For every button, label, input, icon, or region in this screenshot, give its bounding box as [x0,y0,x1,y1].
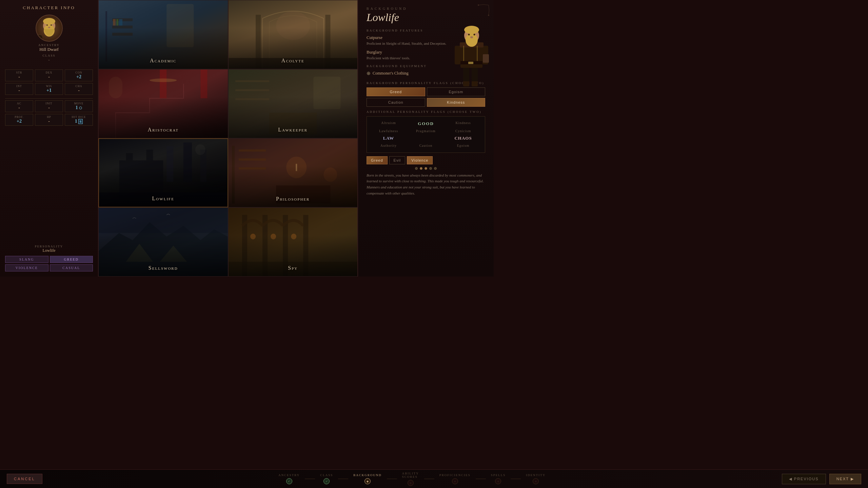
personality-tags: SLANG GREED VIOLENCE CASUAL [5,256,93,271]
ac-value: - [7,105,32,110]
dots-row [367,167,485,170]
svg-rect-69 [483,54,489,63]
flags-row-0: Altruism GOOD Kindness [370,120,481,127]
personality-flags-grid: Greed Egoism Caution Kindness [367,87,485,107]
left-panel: Character Info [0,0,98,277]
flag-cell-cynicism[interactable]: Cynicism [445,128,481,134]
dot-5 [434,167,437,170]
dex-label: DEX [37,71,61,74]
class-value: - [48,57,50,63]
academic-inner: Academic [99,0,228,69]
character-figure-svg [453,20,490,88]
flags-row-2: LAW CHAOS [370,135,481,142]
bg-card-academic[interactable]: Academic [98,0,228,69]
stat-prof: PROF. +2 [5,114,33,126]
stat-cha: CHA - [65,83,93,95]
flag-cell-empty [408,135,444,142]
flag-cell-caution[interactable]: Caution [408,143,444,148]
stat-int: INT - [5,83,33,95]
init-label: INIT [37,102,61,105]
stat-ac: AC - [5,100,33,112]
svg-point-1 [43,18,55,25]
svg-point-74 [468,34,470,36]
bg-card-spy[interactable]: Spy [228,207,358,277]
equipment-icon: ⊕ [367,70,371,76]
str-label: STR [7,71,32,74]
dot-1 [415,167,418,170]
dot-2 [420,167,422,170]
ancestry-value: Hill Dwarf [39,47,59,52]
flag-cell-altruism[interactable]: Altruism [370,120,407,127]
class-label: CLASS [42,54,55,57]
selected-flag-violence[interactable]: Violence [407,156,433,164]
svg-rect-77 [463,46,464,61]
int-label: INT [7,85,32,88]
stat-dex: DEX - [35,69,63,81]
tag-violence[interactable]: VIOLENCE [5,264,48,271]
sellsword-name: Sellsword [149,265,178,271]
bg-card-sellsword[interactable]: Sellsword [98,207,228,277]
main-container: Character Info [0,0,494,277]
lawkeeper-inner: Lawkeeper [229,69,358,138]
stat-con: CON +2 [65,69,93,81]
flag-btn-kindness[interactable]: Kindness [427,98,486,107]
int-value: - [7,88,32,93]
bg-card-acolyte[interactable]: Acolyte [228,0,358,69]
flag-btn-egoism[interactable]: Egoism [427,87,486,96]
svg-point-5 [48,27,50,28]
bg-card-lawkeeper[interactable]: Lawkeeper [228,69,358,138]
cha-label: CHA [66,85,91,88]
equipment-item-0-label: Commoner's Clothing [373,71,409,76]
svg-rect-78 [477,46,478,61]
tag-greed[interactable]: GREED [50,256,93,263]
flag-cell-law[interactable]: LAW [370,135,407,142]
tag-casual[interactable]: CASUAL [50,264,93,271]
stat-hp: HP - [35,114,63,126]
avatar-level: 1 [36,34,43,42]
personality-value: Lowlife [5,248,93,253]
flag-btn-caution[interactable]: Caution [367,98,425,107]
svg-point-58 [478,4,479,6]
sellsword-inner: Sellsword [99,208,228,276]
flag-cell-pragmatism[interactable]: Pragmatism [408,128,444,134]
additional-flags-title: ADDITIONAL PERSONALITY FLAGS (CHOOSE TWO… [367,110,485,114]
dot-4 [429,167,432,170]
flag-cell-kindness[interactable]: Kindness [445,120,481,127]
flag-cell-good[interactable]: GOOD [408,120,444,127]
aristocrat-name: Aristocrat [148,127,179,133]
divider-1 [5,98,93,99]
flag-cell-chaos[interactable]: CHAOS [445,135,481,142]
stat-str: STR - [5,69,33,81]
prof-value: +2 [7,119,32,124]
background-section-label: BACKGROUND [367,7,485,11]
bg-card-lowlife[interactable]: Lowlife [98,138,228,207]
svg-point-75 [474,34,475,36]
wis-value: +1 [37,88,61,93]
flags-row-1: Lawfulness Pragmatism Cynicism [370,128,481,134]
flag-cell-authority[interactable]: Authority [370,143,407,148]
stats-grid: STR - DEX - CON +2 INT - WIS +1 CHA - [5,69,93,95]
bg-card-philosopher[interactable]: Philosopher [228,138,358,207]
flag-cell-egoism[interactable]: Egoism [445,143,481,148]
corner-decoration [477,3,490,17]
acolyte-inner: Acolyte [229,0,358,69]
stat-hit-dice: HIT DICE 1 6 [65,114,93,126]
combat-stats-grid: AC - INIT - MOVE 1 ⬡ PROF. +2 HP - HIT D… [5,100,93,126]
bg-card-aristocrat[interactable]: Aristocrat [98,69,228,138]
tag-slang[interactable]: SLANG [5,256,48,263]
wis-label: WIS [37,85,61,88]
spy-name: Spy [288,265,298,271]
init-value: - [37,105,61,110]
personality-section: PERSONALITY Lowlife SLANG GREED VIOLENCE… [5,241,93,271]
philosopher-name: Philosopher [276,196,310,202]
svg-rect-66 [468,62,473,64]
flag-cell-lawfulness[interactable]: Lawfulness [370,128,407,134]
svg-point-4 [51,24,52,26]
hit-dice-value: 1 6 [66,119,91,124]
con-value: +2 [66,74,91,80]
aristocrat-inner: Aristocrat [99,69,228,138]
selected-flag-greed[interactable]: Greed [367,156,388,164]
hp-label: HP [37,116,61,119]
selected-flag-evil[interactable]: Evil [389,156,406,164]
flag-btn-greed[interactable]: Greed [367,87,425,96]
